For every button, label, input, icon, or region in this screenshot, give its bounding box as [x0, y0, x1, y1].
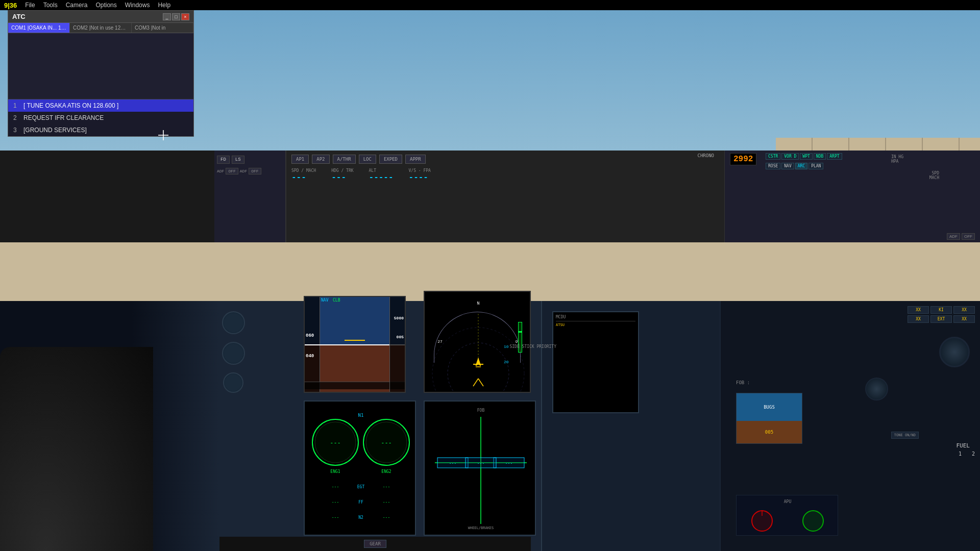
athr-button[interactable]: A/THR [333, 155, 356, 164]
atc-option-1[interactable]: 1 [ TUNE OSAKA ATIS ON 128.600 ] [8, 99, 193, 112]
xx-btn-3[interactable]: XX [908, 315, 929, 323]
arpt-button[interactable]: ARPT [827, 153, 842, 160]
ndb-button[interactable]: NDB [814, 153, 826, 160]
svg-line-11 [473, 379, 478, 386]
atc-tab-com1[interactable]: COM1 |OSAKA IN... 121.700 [8, 23, 70, 33]
nd-inner: N 27 9 10 20 [425, 292, 530, 392]
left-knob-1[interactable] [222, 311, 245, 334]
svg-text:WHEEL/BRAKES: WHEEL/BRAKES [468, 526, 494, 530]
option-1-num: 1 [13, 102, 19, 109]
atc-tab-com2[interactable]: COM2 |Not in use 124.850 [70, 23, 132, 33]
glareshield: FD LS ADF OFF ADF OFF AP1 AP2 A/THR LOC … [0, 151, 980, 242]
ap1-button[interactable]: AP1 [291, 155, 309, 164]
svg-text:20: 20 [504, 360, 509, 364]
apu-area: APU [736, 495, 838, 536]
right-ecam-small: BUGS 005 [736, 393, 802, 444]
fd-button[interactable]: FD [217, 156, 230, 164]
ki-btn[interactable]: KI [930, 306, 952, 314]
alt-5000: 5000 [394, 316, 404, 320]
vord-button[interactable]: VOR D [781, 153, 799, 160]
svg-text:---: --- [332, 500, 339, 505]
atc-option-3[interactable]: 3 [GROUND SERVICES] [8, 124, 193, 136]
svg-text:---: --- [383, 500, 390, 505]
atc-close-button[interactable]: × [181, 13, 189, 20]
ext-btn[interactable]: EXT [930, 315, 952, 323]
svg-text:---: --- [330, 439, 341, 446]
exped-button[interactable]: EXPED [379, 155, 402, 164]
svg-text:27: 27 [437, 339, 443, 344]
right-panel-top-buttons: XX KI XX XX EXT XX [908, 306, 975, 323]
left-knob-2[interactable] [222, 342, 245, 365]
loc-button[interactable]: LOC [359, 155, 376, 164]
menu-camera[interactable]: Camera [62, 0, 92, 10]
bugs-label: BUGS [764, 405, 775, 410]
appr-button[interactable]: APPR [405, 155, 426, 164]
svg-text:APU: APU [784, 499, 792, 504]
atc-title: ATC [12, 13, 26, 20]
center-bottom-panel: GEAR [219, 536, 531, 551]
right-medium-knob[interactable] [865, 378, 888, 400]
gear-button[interactable]: GEAR [364, 540, 386, 548]
ecam-left-display: --- ENG1 --- ENG2 N1 --- --- EGT --- ---… [304, 400, 416, 536]
menu-windows[interactable]: Windows [121, 0, 154, 10]
svg-text:---: --- [505, 461, 512, 466]
ap2-button[interactable]: AP2 [312, 155, 329, 164]
left-knobs [219, 306, 250, 408]
adf1-off[interactable]: OFF [226, 168, 238, 174]
fcu-speed-display: SPD / MACH --- [291, 168, 316, 182]
menu-help[interactable]: Help [154, 0, 175, 10]
bugs-val: 005 [765, 430, 773, 435]
svg-text:10: 10 [504, 344, 509, 349]
side-stick-priority: SIDE STICK PRIORITY [509, 344, 556, 349]
svg-text:FOB: FOB [477, 408, 485, 413]
atc-options-list: 1 [ TUNE OSAKA ATIS ON 128.600 ] 2 REQUE… [8, 99, 193, 136]
efis-right-panel: 2992 CSTR VOR D WPT NDB ARPT ROSE NAV AR… [725, 151, 980, 242]
menu-file[interactable]: File [21, 0, 39, 10]
atc-minimize-button[interactable]: _ [163, 13, 171, 20]
svg-text:FF: FF [358, 500, 363, 505]
plan-button[interactable]: PLAN [808, 163, 823, 169]
tone-on-nd[interactable]: TONE ON/ND [891, 432, 919, 439]
fuel-label: FUEL [957, 442, 970, 449]
atc-tab-com3[interactable]: COM3 |Not in [132, 23, 193, 33]
left-knob-3[interactable] [223, 372, 243, 393]
menubar: 9|36 File Tools Camera Options Windows H… [0, 0, 980, 10]
xx-btn-4[interactable]: XX [953, 315, 975, 323]
hdg-value: --- [331, 173, 353, 182]
ls-button[interactable]: LS [232, 156, 244, 164]
fcu-hdg-display: HDG / TRK --- [331, 168, 353, 182]
atc-titlebar: ATC _ □ × [8, 11, 193, 23]
ecam-svg: --- ENG1 --- ENG2 N1 --- --- EGT --- ---… [305, 402, 416, 536]
atc-tabs: COM1 |OSAKA IN... 121.700 COM2 |Not in u… [8, 23, 193, 33]
svg-point-44 [803, 511, 823, 531]
xx-btn-2[interactable]: XX [953, 306, 975, 314]
off-right-btn[interactable]: OFF [962, 233, 975, 240]
adf2-off[interactable]: OFF [249, 168, 261, 174]
rose-button[interactable]: ROSE [766, 163, 780, 169]
mcdu-display: MCDU ATSU [552, 311, 639, 413]
xx-btn-1[interactable]: XX [908, 306, 929, 314]
aircraft-symbol [345, 340, 365, 341]
menu-tools[interactable]: Tools [39, 0, 62, 10]
option-1-text: [ TUNE OSAKA ATIS ON 128.600 ] [23, 102, 118, 109]
adf-right-btn[interactable]: ADF [947, 233, 960, 240]
pfd-inner: 060 040 5000 005 NAV CLB [305, 297, 405, 392]
adf-right-selector: ADF OFF [947, 233, 975, 240]
ecam-systems-svg: --- --- --- FOB WHEEL/BRAKES [425, 402, 536, 536]
wpt-button[interactable]: WPT [800, 153, 812, 160]
right-large-knob[interactable] [939, 337, 970, 367]
cstr-button[interactable]: CSTR [766, 153, 780, 160]
fcu-center: AP1 AP2 A/THR LOC EXPED APPR SPD / MACH … [286, 151, 725, 242]
svg-text:---: --- [383, 485, 390, 489]
svg-text:ENG2: ENG2 [381, 469, 391, 474]
arc-button[interactable]: ARC [795, 163, 807, 169]
menu-options[interactable]: Options [91, 0, 120, 10]
atc-maximize-button[interactable]: □ [172, 13, 180, 20]
atc-option-2[interactable]: 2 REQUEST IFR CLEARANCE [8, 112, 193, 124]
svg-text:9: 9 [516, 339, 518, 344]
instrument-panel-area: 060 040 5000 005 NAV CLB [0, 301, 980, 551]
nav-button[interactable]: NAV [781, 163, 794, 169]
option-2-text: REQUEST IFR CLEARANCE [23, 114, 104, 121]
pfd-display: 060 040 5000 005 NAV CLB [304, 296, 406, 393]
pfd-clb-mode: CLB [333, 298, 340, 303]
